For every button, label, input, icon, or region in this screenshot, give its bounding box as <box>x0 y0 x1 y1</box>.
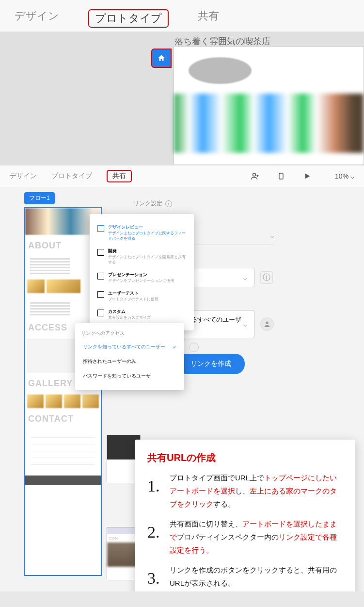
svg-rect-1 <box>279 173 283 179</box>
lower-tabs: デザイン プロトタイプ 共有 10% ⌵ <box>0 165 364 187</box>
access-popover: リンクへのアクセス リンクを知っているすべてのユーザー✓ 招待されたユーザーのみ… <box>75 323 184 390</box>
info-icon[interactable]: i <box>165 200 172 207</box>
artboard-title: 落ち着く雰囲気の喫茶店 <box>174 35 364 47</box>
chevron-down-icon: ⌵ <box>350 172 354 180</box>
popover-item-custom[interactable]: カスタム共有設定をカスタマイズ <box>95 305 188 324</box>
logo-placeholder <box>189 57 252 84</box>
step-number: 1. <box>147 471 165 510</box>
top-panel: デザイン プロトタイプ 共有 落ち着く雰囲気の喫茶店 <box>0 0 364 165</box>
check-icon: ✓ <box>173 345 176 350</box>
view-setting-popover: デザインレビューデザインまたはプロトタイプに関するフィードバックを得る 開発デザ… <box>90 214 194 330</box>
step-text: プロトタイプ画面でURL上でトップページにしたいアートボードを選択し、左上にある… <box>170 471 343 510</box>
home-flag-button[interactable] <box>151 49 172 68</box>
chevron-down-icon: ⌵ <box>270 232 274 239</box>
popover-item-develop[interactable]: 開発デザインまたはプロトタイプを開発者と共有する <box>95 245 188 268</box>
tab-prototype[interactable]: プロトタイプ <box>88 9 169 28</box>
tab-design[interactable]: デザイン <box>15 9 59 28</box>
step-text: 共有画面に切り替え、アートボードを選択したままでプロパティインスペクター内のリン… <box>170 517 343 557</box>
presentation-icon <box>97 273 104 279</box>
review-icon <box>97 225 104 232</box>
tab-prototype-lower[interactable]: プロトタイプ <box>51 172 92 180</box>
step-text: リンクを作成のボタンをクリックすると、共有用のURLが表示される。 <box>170 563 343 591</box>
section-contact: CONTACT <box>25 410 101 428</box>
home-icon <box>157 54 166 63</box>
flow-chip[interactable]: フロー1 <box>24 192 55 204</box>
instruction-step: 3.リンクを作成のボタンをクリックすると、共有用のURLが表示される。 <box>147 563 343 591</box>
add-user-button[interactable] <box>260 317 274 331</box>
develop-icon <box>97 249 104 256</box>
access-row-password[interactable]: パスワードを知っているユーザ <box>81 369 178 383</box>
svg-point-2 <box>266 322 268 324</box>
create-link-button[interactable]: リンクを作成 <box>177 354 245 374</box>
svg-point-0 <box>253 173 256 176</box>
tab-share-top[interactable]: 共有 <box>198 9 219 28</box>
artboard-preview[interactable] <box>174 46 364 165</box>
tab-share-lower[interactable]: 共有 <box>107 170 132 182</box>
user-icon <box>189 343 199 352</box>
step-number: 2. <box>147 517 165 557</box>
access-popover-label: リンクへのアクセス <box>81 330 178 337</box>
instruction-card: 共有URLの作成 1.プロトタイプ画面でURL上でトップページにしたいアートボー… <box>135 440 355 591</box>
popover-item-design-review[interactable]: デザインレビューデザインまたはプロトタイプに関するフィードバックを得る <box>95 221 188 245</box>
canvas-area: 落ち着く雰囲気の喫茶店 <box>0 32 364 165</box>
instruction-title: 共有URLの作成 <box>147 451 343 464</box>
chevron-down-icon: ⌵ <box>243 321 247 328</box>
invite-icon[interactable] <box>249 170 261 182</box>
tab-design-lower[interactable]: デザイン <box>10 172 37 180</box>
instruction-step: 2.共有画面に切り替え、アートボードを選択したままでプロパティインスペクター内の… <box>147 517 343 557</box>
top-tabs: デザイン プロトタイプ 共有 <box>0 0 364 32</box>
popover-item-usertest[interactable]: ユーザーテストプロトタイプのテストに使用 <box>95 287 188 305</box>
info-icon-secondary[interactable]: ⓘ <box>260 271 273 284</box>
usertest-icon <box>97 291 104 298</box>
link-settings-label: リンク設定i <box>133 199 354 208</box>
hero-image <box>174 94 364 153</box>
popover-item-presentation[interactable]: プレゼンテーションデザインをプレゼンテーションに使用 <box>95 268 188 287</box>
custom-icon <box>97 310 104 316</box>
mobile-preview-icon[interactable] <box>275 170 287 182</box>
access-row-everyone[interactable]: リンクを知っているすべてのユーザー✓ <box>81 340 178 354</box>
zoom-level[interactable]: 10% ⌵ <box>335 172 354 180</box>
play-icon[interactable] <box>301 170 313 182</box>
instruction-step: 1.プロトタイプ画面でURL上でトップページにしたいアートボードを選択し、左上に… <box>147 471 343 510</box>
step-number: 3. <box>147 563 165 591</box>
lower-panel: デザイン プロトタイプ 共有 10% ⌵ フロー1 IKANJI CA ABOU… <box>0 165 364 591</box>
access-row-invited[interactable]: 招待されたユーザーのみ <box>81 354 178 369</box>
chevron-down-icon: ⌵ <box>243 274 247 281</box>
